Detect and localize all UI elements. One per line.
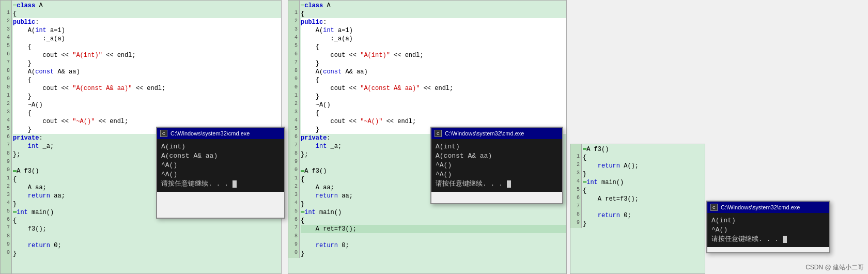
code-line: { xyxy=(301,76,566,84)
code-line: ═class A xyxy=(13,2,281,10)
code-line: cout << "~A()" << endl; xyxy=(13,117,281,126)
watermark: CSDN @ 建站小二哥 xyxy=(805,263,864,272)
code-line: } xyxy=(13,250,281,258)
cmd-title-2: C:\Windows\system32\cmd.exe xyxy=(445,130,524,136)
cmd-output-line: ^A() xyxy=(711,225,825,235)
code-line: { xyxy=(583,187,705,195)
cmd-output-line: ^A() xyxy=(161,170,280,179)
code-line: { xyxy=(13,10,281,18)
code-line: f3(); xyxy=(13,225,281,233)
cmd-output-line: 请按任意键继续. . . xyxy=(711,235,825,244)
code-line: return A(); xyxy=(583,162,705,170)
cmd-title-1: C:\Windows\system32\cmd.exe xyxy=(171,130,250,136)
code-panel-3: 1 2 3 4 5 6 7 8 9 ═A f3() { return A(); … xyxy=(570,144,705,274)
code-line: { xyxy=(301,43,566,51)
cmd-icon-2: C xyxy=(435,130,442,137)
code-line: } xyxy=(301,250,566,258)
code-line: A(int a=1) xyxy=(13,26,281,35)
code-line: A ret=f3(); xyxy=(301,225,566,233)
code-line: ═A f3() xyxy=(583,145,705,154)
code-line: { xyxy=(583,154,705,162)
code-line: } xyxy=(13,93,281,101)
code-line: cout << "A(const A& aa)" << endl; xyxy=(13,84,281,93)
cmd-titlebar-2: C C:\Windows\system32\cmd.exe xyxy=(431,128,562,139)
code-line: { xyxy=(301,109,566,117)
code-line: A(const A& aa) xyxy=(13,68,281,76)
cmd-output-line: A(const A& aa) xyxy=(436,151,558,161)
cmd-output-line: A(int) xyxy=(711,216,825,225)
cmd-output-line: ^A() xyxy=(161,161,280,170)
code-line: } xyxy=(583,220,705,228)
code-line: return 0; xyxy=(583,211,705,220)
cmd-icon-3: C xyxy=(710,204,718,211)
code-line: } xyxy=(13,59,281,68)
code-line: } xyxy=(301,59,566,68)
code-line: :_a(a) xyxy=(13,35,281,43)
cmd-output-line: 请按任意键继续. . . xyxy=(436,179,558,189)
code-line: :_a(a) xyxy=(301,35,566,43)
cmd-output-line: A(int) xyxy=(161,142,280,151)
code-line: public: xyxy=(13,18,281,26)
code-line: A(const A& aa) xyxy=(301,68,566,76)
cmd-body-1: A(int) A(const A& aa) ^A() ^A() 请按任意键继续.… xyxy=(157,139,284,192)
code-line: { xyxy=(13,76,281,84)
code-line: { xyxy=(301,217,566,225)
code-line: cout << "A(int)" << endl; xyxy=(13,51,281,59)
cmd-window-3[interactable]: C C:\Windows\system32\cmd.exe A(int) ^A(… xyxy=(706,201,830,253)
cmd-output-line: A(int) xyxy=(436,142,558,151)
code-line: { xyxy=(13,43,281,51)
cmd-output-line: ^A() xyxy=(436,170,558,179)
code-line: { xyxy=(301,10,566,18)
cmd-titlebar-3: C C:\Windows\system32\cmd.exe xyxy=(707,202,829,213)
code-line: return 0; xyxy=(301,241,566,250)
cmd-body-2: A(int) A(const A& aa) ^A() ^A() 请按任意键继续.… xyxy=(431,139,562,192)
cmd-body-3: A(int) ^A() 请按任意键继续. . . xyxy=(707,213,829,247)
cmd-window-1[interactable]: C C:\Windows\system32\cmd.exe A(int) A(c… xyxy=(156,127,285,219)
code-line: ~A() xyxy=(301,101,566,109)
code-line: ═int main() xyxy=(583,178,705,187)
code-line: cout << "A(int)" << endl; xyxy=(301,51,566,59)
code-line: { xyxy=(13,109,281,117)
cmd-output-line: ^A() xyxy=(436,161,558,170)
code-line: ═class A xyxy=(301,2,566,10)
code-line: cout << "~A()" << endl; xyxy=(301,117,566,126)
code-line: } xyxy=(583,170,705,178)
code-line: ~A() xyxy=(13,101,281,109)
cmd-title-3: C:\Windows\system32\cmd.exe xyxy=(721,204,800,210)
code-line: ═int main() xyxy=(301,208,566,217)
code-line: A ret=f3(); xyxy=(583,195,705,203)
cmd-titlebar-1: C C:\Windows\system32\cmd.exe xyxy=(157,128,284,139)
cmd-output-line: A(const A& aa) xyxy=(161,151,280,161)
cmd-icon-1: C xyxy=(160,130,167,137)
code-line: A(int a=1) xyxy=(301,26,566,35)
code-line: public: xyxy=(301,18,566,26)
cmd-window-2[interactable]: C C:\Windows\system32\cmd.exe A(int) A(c… xyxy=(430,127,563,204)
code-line: return 0; xyxy=(13,241,281,250)
code-line xyxy=(13,233,281,241)
cmd-output-line: 请按任意键继续. . . xyxy=(161,179,280,189)
code-line: cout << "A(const A& aa)" << endl; xyxy=(301,84,566,93)
code-line: } xyxy=(301,93,566,101)
code-line xyxy=(301,233,566,241)
code-line xyxy=(583,203,705,211)
